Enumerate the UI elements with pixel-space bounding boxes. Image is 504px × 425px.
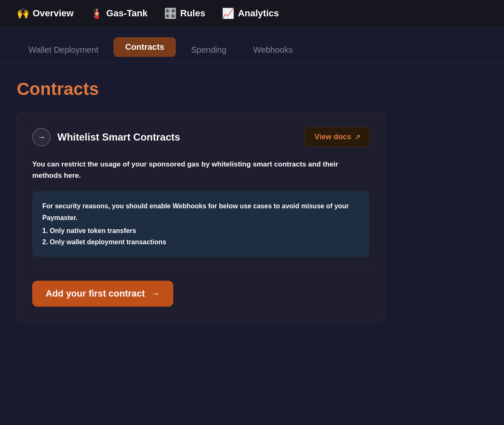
tab-webhooks[interactable]: Webhooks: [242, 40, 304, 60]
security-item-1: 1. Only native token transfers: [42, 225, 360, 236]
card-description: You can restrict the usage of your spons…: [32, 159, 370, 181]
security-list: 1. Only native token transfers 2. Only w…: [42, 225, 360, 248]
nav-label-rules: Rules: [180, 8, 205, 19]
nav-label-analytics: Analytics: [238, 8, 279, 19]
nav-item-gas-tank[interactable]: 🧯 Gas-Tank: [90, 8, 148, 19]
page-content: Contracts → Whitelist Smart Contracts Vi…: [0, 62, 504, 339]
analytics-emoji: 📈: [222, 8, 234, 19]
whitelist-arrow-icon: →: [32, 128, 51, 146]
card-divider: [32, 269, 370, 269]
sub-tabs: Wallet Deployment Contracts Spending Web…: [0, 27, 504, 62]
add-contract-label: Add your first contract: [46, 288, 145, 299]
external-link-icon: ↗: [355, 133, 360, 141]
security-intro: For security reasons, you should enable …: [42, 200, 360, 223]
tab-spending[interactable]: Spending: [179, 40, 238, 60]
nav-item-rules[interactable]: 🎛️ Rules: [164, 8, 205, 19]
rules-emoji: 🎛️: [164, 8, 177, 19]
view-docs-button[interactable]: View docs ↗: [305, 127, 370, 147]
overview-emoji: 🙌: [17, 8, 29, 19]
card-header: → Whitelist Smart Contracts View docs ↗: [32, 127, 370, 147]
gas-tank-emoji: 🧯: [90, 8, 103, 19]
card-header-title: Whitelist Smart Contracts: [57, 131, 180, 143]
security-item-2: 2. Only wallet deployment transactions: [42, 236, 360, 248]
add-contract-button[interactable]: Add your first contract →: [32, 281, 173, 307]
top-nav: 🙌 Overview 🧯 Gas-Tank 🎛️ Rules 📈 Analyti…: [0, 0, 504, 27]
nav-label-overview: Overview: [33, 8, 74, 19]
add-contract-arrow-icon: →: [151, 288, 160, 299]
nav-item-overview[interactable]: 🙌 Overview: [17, 8, 74, 19]
main-card: → Whitelist Smart Contracts View docs ↗ …: [17, 112, 385, 322]
nav-item-analytics[interactable]: 📈 Analytics: [222, 8, 279, 19]
page-title: Contracts: [17, 79, 487, 99]
tab-contracts[interactable]: Contracts: [113, 37, 176, 57]
tab-wallet-deployment[interactable]: Wallet Deployment: [17, 40, 110, 60]
nav-label-gas-tank: Gas-Tank: [106, 8, 148, 19]
security-info-box: For security reasons, you should enable …: [32, 191, 370, 257]
card-header-left: → Whitelist Smart Contracts: [32, 128, 180, 146]
